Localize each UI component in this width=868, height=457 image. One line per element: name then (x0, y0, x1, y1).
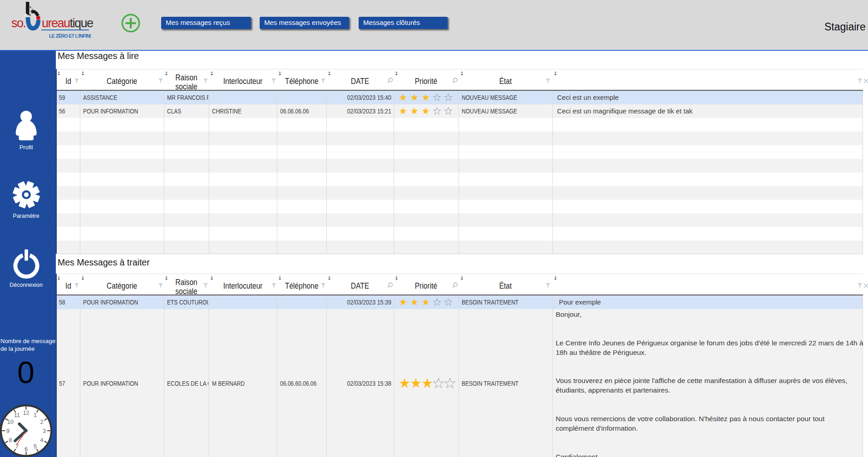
svg-text:3: 3 (43, 428, 46, 434)
svg-text:10: 10 (7, 419, 14, 425)
svg-text:2: 2 (40, 419, 44, 425)
svg-text:12: 12 (23, 410, 30, 416)
svg-text:11: 11 (14, 412, 20, 418)
svg-text:8: 8 (9, 437, 12, 443)
svg-text:4: 4 (40, 437, 44, 443)
svg-text:9: 9 (6, 428, 10, 434)
svg-text:5: 5 (34, 443, 37, 450)
svg-text:1: 1 (34, 412, 37, 418)
svg-text:6: 6 (25, 446, 28, 452)
